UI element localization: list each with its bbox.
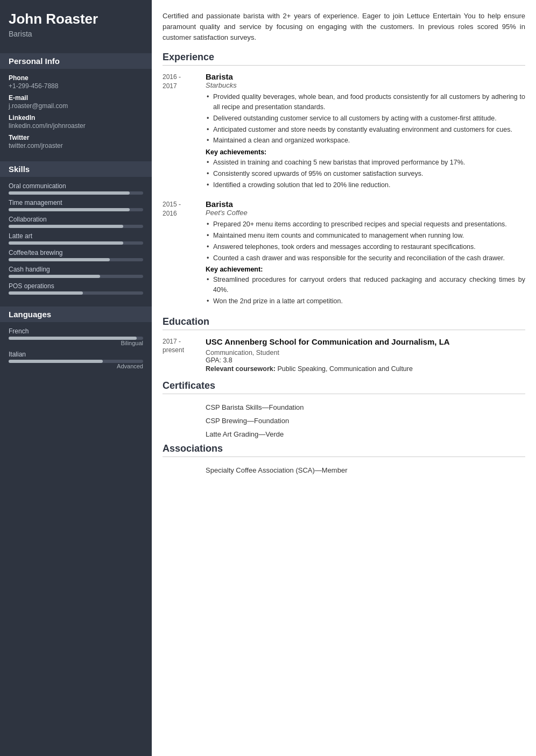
skills-section: Skills Oral communication Time managemen…: [0, 155, 152, 300]
phone-label: Phone: [9, 74, 143, 82]
job-2-bullets: Prepared 20+ menu items according to pre…: [206, 219, 525, 263]
main-content: Certified and passionate barista with 2+…: [152, 0, 536, 756]
skill-pos-operations: POS operations: [9, 282, 143, 295]
candidate-title: Barista: [9, 30, 143, 38]
languages-heading: Languages: [0, 306, 152, 322]
cert-item-3: Latte Art Grading—Verde: [206, 427, 525, 441]
linkedin-value: linkedin.com/in/johnroaster: [9, 122, 143, 130]
job-1-date: 2016 - 2017: [163, 72, 206, 192]
list-item: Assisted in training and coaching 5 new …: [206, 158, 525, 168]
edu-1-coursework: Relevant coursework: Public Speaking, Co…: [206, 365, 525, 373]
lang-french: French Bilingual: [9, 327, 143, 346]
list-item: Anticipated customer and store needs by …: [206, 125, 525, 135]
experience-section: Experience 2016 - 2017 Barista Starbucks…: [163, 52, 525, 308]
associations-section: Associations Specialty Coffee Associatio…: [163, 443, 525, 477]
list-item: Identified a crowding solution that led …: [206, 180, 525, 190]
skills-heading: Skills: [0, 161, 152, 177]
summary-text: Certified and passionate barista with 2+…: [163, 11, 525, 43]
skill-oral-communication: Oral communication: [9, 182, 143, 195]
email-value: j.roaster@gmail.com: [9, 102, 143, 110]
job-2-content: Barista Peet's Coffee Prepared 20+ menu …: [206, 199, 525, 308]
list-item: Provided quality beverages, whole bean, …: [206, 92, 525, 112]
personal-info-heading: Personal Info: [0, 53, 152, 69]
assoc-item-1: Specialty Coffee Association (SCA)—Membe…: [206, 463, 525, 477]
list-item: Answered telephones, took orders and mes…: [206, 242, 525, 252]
job-2-achievements-label: Key achievement:: [206, 266, 525, 273]
associations-list: Specialty Coffee Association (SCA)—Membe…: [163, 463, 525, 477]
list-item: Consistently scored upwards of 95% on cu…: [206, 169, 525, 179]
edu-1-gpa: GPA: 3.8: [206, 356, 525, 364]
lang-italian: Italian Advanced: [9, 351, 143, 369]
job-2-date: 2015 - 2016: [163, 199, 206, 308]
list-item: Delivered outstanding customer service t…: [206, 113, 525, 124]
skill-time-management: Time management: [9, 199, 143, 211]
email-label: E-mail: [9, 94, 143, 102]
skill-cash-handling: Cash handling: [9, 266, 143, 278]
twitter-label: Twitter: [9, 134, 143, 141]
skill-coffee-brewing: Coffee/tea brewing: [9, 249, 143, 261]
edu-1-degree: Communication, Student: [206, 349, 525, 356]
edu-1-date: 2017 - present: [163, 337, 206, 373]
job-2: 2015 - 2016 Barista Peet's Coffee Prepar…: [163, 199, 525, 308]
twitter-value: twitter.com/jroaster: [9, 142, 143, 149]
certificates-list: CSP Barista Skills—Foundation CSP Brewin…: [163, 401, 525, 441]
list-item: Prepared 20+ menu items according to pre…: [206, 219, 525, 230]
job-1-achievements-label: Key achievements:: [206, 148, 525, 156]
cert-item-1: CSP Barista Skills—Foundation: [206, 401, 525, 414]
skill-collaboration: Collaboration: [9, 216, 143, 228]
languages-section: Languages French Bilingual Italian Advan…: [0, 300, 152, 374]
edu-1-school: USC Annenberg School for Communication a…: [206, 337, 525, 347]
list-item: Counted a cash drawer and was responsibl…: [206, 253, 525, 263]
job-1-achievements: Assisted in training and coaching 5 new …: [206, 158, 525, 190]
job-2-achievements: Streamlined procedures for carryout orde…: [206, 275, 525, 306]
cert-item-2: CSP Brewing—Foundation: [206, 414, 525, 427]
sidebar: John Roaster Barista Personal Info Phone…: [0, 0, 152, 756]
job-2-title: Barista: [206, 199, 525, 209]
education-section: Education 2017 - present USC Annenberg S…: [163, 316, 525, 373]
edu-1: 2017 - present USC Annenberg School for …: [163, 337, 525, 373]
certificates-heading: Certificates: [163, 380, 525, 394]
job-1-bullets: Provided quality beverages, whole bean, …: [206, 92, 525, 146]
phone-value: +1-299-456-7888: [9, 82, 143, 90]
job-1: 2016 - 2017 Barista Starbucks Provided q…: [163, 72, 525, 192]
experience-heading: Experience: [163, 52, 525, 66]
linkedin-label: LinkedIn: [9, 114, 143, 122]
list-item: Streamlined procedures for carryout orde…: [206, 275, 525, 295]
skill-latte-art: Latte art: [9, 232, 143, 245]
education-heading: Education: [163, 316, 525, 330]
job-1-title: Barista: [206, 72, 525, 81]
job-1-company: Starbucks: [206, 81, 525, 89]
candidate-name: John Roaster: [9, 11, 143, 27]
list-item: Maintained menu item counts and communic…: [206, 231, 525, 241]
sidebar-header: John Roaster Barista: [0, 0, 152, 47]
personal-info-section: Personal Info Phone +1-299-456-7888 E-ma…: [0, 47, 152, 155]
certificates-section: Certificates CSP Barista Skills—Foundati…: [163, 380, 525, 441]
job-1-content: Barista Starbucks Provided quality bever…: [206, 72, 525, 192]
list-item: Won the 2nd prize in a latte art competi…: [206, 296, 525, 306]
edu-1-content: USC Annenberg School for Communication a…: [206, 337, 525, 373]
associations-heading: Associations: [163, 443, 525, 457]
list-item: Maintained a clean and organized workspa…: [206, 135, 525, 146]
job-2-company: Peet's Coffee: [206, 209, 525, 217]
